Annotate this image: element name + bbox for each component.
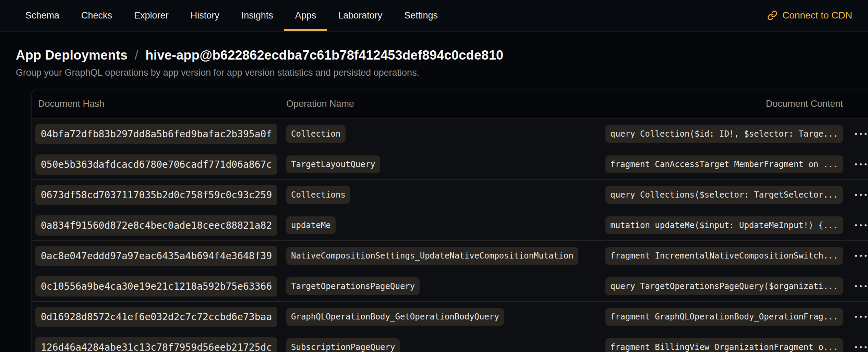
breadcrumb-separator: /	[131, 48, 142, 62]
table-row: 04bfa72dfb83b297dd8a5b6fed9bafac2b395a0f…	[32, 118, 868, 149]
operation-name-value: SubscriptionPageQuery	[286, 338, 400, 352]
nav-tab-apps[interactable]: Apps	[284, 0, 327, 31]
connect-to-cdn-label: Connect to CDN	[782, 10, 852, 21]
nav-tab-insights[interactable]: Insights	[230, 0, 284, 31]
table-row: 0c10556a9be4ca30e19e21c1218a592b75e63366…	[32, 271, 868, 301]
document-content-preview: mutation updateMe($input: UpdateMeInput!…	[605, 216, 843, 234]
ellipsis-horizontal-icon	[855, 316, 857, 318]
document-hash-value: 0ac8e047eddd97a97eac6435a4b694f4e3648f39	[35, 246, 277, 266]
document-content-preview: fragment CanAccessTarget_MemberFragment …	[605, 155, 843, 173]
table-header-row: Document Hash Operation Name Document Co…	[32, 89, 868, 118]
operation-name-value: Collection	[286, 125, 346, 143]
app-deployments-page: App Deployments / hive-app@b622862ecdba7…	[0, 32, 868, 352]
ellipsis-horizontal-icon	[855, 194, 857, 196]
table-row: 0a834f91560d872e8c4bec0ade18ceec88821a82…	[32, 210, 868, 240]
operation-name-value: GraphQLOperationBody_GetOperationBodyQue…	[286, 308, 504, 326]
operation-name-value: updateMe	[286, 216, 336, 234]
nav-tab-settings[interactable]: Settings	[393, 0, 449, 31]
nav-tab-checks[interactable]: Checks	[70, 0, 123, 31]
ellipsis-horizontal-icon	[855, 133, 857, 135]
ellipsis-horizontal-icon	[855, 255, 857, 257]
ellipsis-horizontal-icon	[855, 346, 857, 348]
table-row: 0673df58cd7037117035b2d0c758f59c0c93c259…	[32, 179, 868, 210]
ellipsis-horizontal-icon	[855, 224, 857, 226]
document-hash-value: 0673df58cd7037117035b2d0c758f59c0c93c259	[35, 185, 277, 205]
document-hash-value: 126d46a4284abe31c13c78f7959d56eeb21725dc	[35, 337, 277, 352]
ellipsis-horizontal-icon	[855, 285, 857, 287]
document-content-preview: query Collection($id: ID!, $selector: Ta…	[605, 125, 843, 143]
breadcrumb: App Deployments / hive-app@b622862ecdba7…	[16, 48, 868, 63]
row-menu-button[interactable]	[852, 280, 868, 292]
breadcrumb-section[interactable]: App Deployments	[16, 48, 128, 62]
nav-tab-history[interactable]: History	[180, 0, 230, 31]
table-body: 04bfa72dfb83b297dd8a5b6fed9bafac2b395a0f…	[32, 118, 868, 352]
row-menu-button[interactable]	[852, 250, 868, 262]
document-hash-value: 050e5b363dafdcacd6780e706cadf771d06a867c	[35, 154, 277, 175]
table-row: 0ac8e047eddd97a97eac6435a4b694f4e3648f39…	[32, 240, 868, 271]
table-row: 0d16928d8572c41ef6e032d2c7c72ccbd6e73baa…	[32, 301, 868, 332]
document-content-preview: query Collections($selector: TargetSelec…	[605, 186, 843, 204]
operation-name-value: TargetOperationsPageQuery	[286, 277, 420, 295]
operation-name-value: Collections	[286, 186, 350, 204]
ellipsis-horizontal-icon	[855, 163, 857, 165]
row-menu-button[interactable]	[852, 128, 868, 140]
column-header-operation-name: Operation Name	[286, 99, 766, 109]
row-menu-button[interactable]	[852, 189, 868, 201]
nav-tab-schema[interactable]: Schema	[14, 0, 70, 31]
breadcrumb-app-name: hive-app@b622862ecdba7c61b78f412453def89…	[145, 48, 503, 62]
nav-tabs: Schema Checks Explorer History Insights …	[14, 0, 449, 31]
row-menu-button[interactable]	[852, 219, 868, 231]
link-icon	[767, 10, 777, 21]
document-content-preview: fragment BillingView_OrganizationFragmen…	[605, 338, 843, 352]
document-content-preview: fragment IncrementalNativeCompositionSwi…	[605, 247, 843, 265]
row-menu-button[interactable]	[852, 341, 868, 352]
table-row: 126d46a4284abe31c13c78f7959d56eeb21725dc…	[32, 332, 868, 352]
operation-name-value: TargetLayoutQuery	[286, 155, 380, 173]
document-hash-value: 04bfa72dfb83b297dd8a5b6fed9bafac2b395a0f	[35, 124, 277, 144]
document-hash-value: 0d16928d8572c41ef6e032d2c7c72ccbd6e73baa	[35, 307, 277, 327]
nav-tab-explorer[interactable]: Explorer	[123, 0, 180, 31]
connect-to-cdn-button[interactable]: Connect to CDN	[767, 0, 852, 31]
column-header-document-hash: Document Hash	[32, 99, 286, 109]
table-row: 050e5b363dafdcacd6780e706cadf771d06a867c…	[32, 149, 868, 179]
page-subtitle: Group your GraphQL operations by app ver…	[16, 67, 868, 78]
top-navigation: Schema Checks Explorer History Insights …	[0, 0, 868, 32]
document-hash-value: 0c10556a9be4ca30e19e21c1218a592b75e63366	[35, 276, 277, 297]
document-hash-value: 0a834f91560d872e8c4bec0ade18ceec88821a82	[35, 215, 277, 236]
row-menu-button[interactable]	[852, 159, 868, 170]
document-content-preview: fragment GraphQLOperationBody_OperationF…	[605, 308, 843, 326]
operation-name-value: NativeCompositionSettings_UpdateNativeCo…	[286, 247, 578, 265]
document-content-preview: query TargetOperationsPageQuery($organiz…	[605, 277, 843, 295]
deployments-table: Document Hash Operation Name Document Co…	[32, 89, 868, 352]
row-menu-button[interactable]	[852, 311, 868, 323]
nav-tab-laboratory[interactable]: Laboratory	[327, 0, 393, 31]
column-header-document-content: Document Content	[766, 99, 843, 109]
